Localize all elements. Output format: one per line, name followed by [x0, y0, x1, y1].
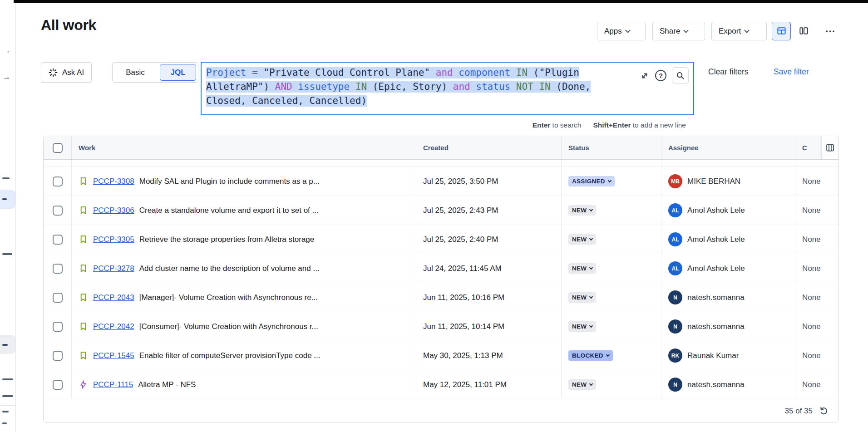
expand-editor-button[interactable]: [640, 71, 650, 81]
avatar: MB: [668, 174, 682, 188]
row-checkbox[interactable]: [53, 351, 63, 361]
apps-button[interactable]: Apps: [597, 22, 646, 40]
basic-mode-tab[interactable]: Basic: [113, 68, 158, 77]
created-cell: Jul 25, 2025, 3:50 PM: [416, 167, 562, 196]
table-header: Work Created Status Assignee C: [44, 136, 838, 160]
table-row[interactable]: PCCP-1115 Alletra MP - NFS May 12, 2025,…: [44, 370, 838, 399]
category-cell: None: [795, 341, 838, 370]
row-checkbox[interactable]: [53, 235, 63, 245]
status-badge[interactable]: NEW: [568, 205, 596, 216]
table-row[interactable]: PCCP-3278 Add cluster name to the descri…: [44, 254, 838, 283]
help-icon: ?: [655, 70, 666, 81]
status-badge[interactable]: NEW: [568, 234, 596, 245]
view-switcher: [772, 22, 813, 40]
category-cell: None: [795, 312, 838, 341]
partially-scrolled-row: [44, 160, 838, 167]
status-badge[interactable]: NEW: [568, 321, 596, 332]
apps-button-label: Apps: [604, 27, 622, 36]
column-header-work[interactable]: Work: [72, 136, 416, 159]
issue-summary: Alletra MP - NFS: [138, 380, 196, 389]
status-badge[interactable]: NEW: [568, 379, 596, 390]
status-badge[interactable]: ASSIGNED: [568, 176, 615, 187]
more-actions-button[interactable]: ⋯: [820, 22, 841, 40]
clear-filters-button[interactable]: Clear filters: [708, 67, 749, 77]
status-label: NEW: [572, 294, 587, 301]
columns-icon: [825, 143, 835, 152]
row-checkbox[interactable]: [53, 380, 63, 390]
table-row[interactable]: PCCP-2042 [Consumer]- Volume Creation wi…: [44, 312, 838, 341]
row-checkbox[interactable]: [53, 322, 63, 332]
sidebar-expand-icon[interactable]: →: [3, 73, 10, 82]
story-icon: [79, 177, 88, 186]
chevron-down-icon: [625, 28, 630, 33]
chevron-down-icon: [589, 208, 593, 211]
issue-key-link[interactable]: PCCP-3308: [93, 177, 134, 186]
sidebar-item[interactable]: [2, 177, 10, 179]
ask-ai-label: Ask AI: [62, 68, 84, 77]
category-cell: None: [795, 167, 838, 196]
jql-query-text[interactable]: Project = "Private Cloud Control Plane" …: [206, 66, 591, 108]
column-header-status[interactable]: Status: [562, 136, 661, 159]
table-row[interactable]: PCCP-2043 [Manager]- Volume Creation wit…: [44, 283, 838, 312]
status-badge[interactable]: NEW: [568, 292, 596, 303]
status-badge[interactable]: BLOCKED: [568, 350, 613, 361]
issue-key-link[interactable]: PCCP-2043: [93, 293, 134, 302]
status-label: NEW: [572, 236, 587, 243]
status-label: NEW: [572, 265, 587, 272]
save-filter-button[interactable]: Save filter: [774, 67, 809, 77]
issue-key-link[interactable]: PCCP-3306: [93, 206, 134, 215]
avatar: AL: [668, 261, 682, 275]
status-label: BLOCKED: [572, 352, 603, 359]
syntax-help-button[interactable]: ?: [655, 70, 666, 81]
issue-key-link[interactable]: PCCP-3278: [93, 264, 134, 273]
jql-editor[interactable]: Project = "Private Cloud Control Plane" …: [201, 62, 694, 115]
assignee-name: Amol Ashok Lele: [687, 264, 745, 273]
table-row[interactable]: PCCP-3305 Retrieve the storage propertie…: [44, 225, 838, 254]
refresh-button[interactable]: [819, 406, 829, 416]
story-icon: [79, 235, 88, 244]
row-checkbox[interactable]: [53, 177, 63, 187]
detail-view-icon: [799, 26, 809, 36]
sidebar-item[interactable]: [2, 422, 7, 424]
sidebar-item[interactable]: [2, 378, 13, 380]
run-search-button[interactable]: [672, 67, 689, 84]
issue-key-link[interactable]: PCCP-1545: [93, 351, 134, 360]
select-all-checkbox[interactable]: [53, 143, 63, 153]
work-items-table: Work Created Status Assignee C: [43, 136, 839, 422]
share-button[interactable]: Share: [652, 22, 705, 40]
assignee-name: natesh.somanna: [687, 380, 745, 389]
issue-key-link[interactable]: PCCP-2042: [93, 322, 134, 331]
issue-key-link[interactable]: PCCP-3305: [93, 235, 134, 244]
grid-view-toggle[interactable]: [772, 22, 791, 40]
table-row[interactable]: PCCP-1545 Enable filter of computeServer…: [44, 341, 838, 370]
detail-view-toggle[interactable]: [794, 22, 813, 40]
expand-icon: [640, 71, 650, 81]
row-checkbox[interactable]: [53, 264, 63, 274]
export-button[interactable]: Export: [711, 22, 767, 40]
sidebar-expand-icon[interactable]: →: [3, 46, 10, 55]
category-cell: None: [795, 225, 838, 254]
issue-key-link[interactable]: PCCP-1115: [93, 380, 133, 389]
table-row[interactable]: PCCP-3306 Create a standalone volume and…: [44, 196, 838, 225]
chevron-down-icon: [589, 382, 593, 386]
status-badge[interactable]: NEW: [568, 263, 596, 274]
export-button-label: Export: [719, 27, 741, 36]
table-row[interactable]: PCCP-3308 Modify SAL and Plugin to inclu…: [44, 167, 838, 196]
chevron-down-icon: [589, 266, 593, 270]
sidebar-item[interactable]: [2, 253, 12, 255]
search-icon: [676, 71, 685, 80]
column-header-created[interactable]: Created: [416, 136, 562, 159]
row-checkbox[interactable]: [53, 293, 63, 303]
sidebar-item[interactable]: [2, 411, 9, 412]
epic-icon: [79, 380, 88, 389]
story-icon: [79, 264, 88, 273]
row-checkbox[interactable]: [53, 206, 63, 216]
column-header-assignee[interactable]: Assignee: [661, 136, 795, 159]
sidebar-item[interactable]: [2, 395, 13, 397]
jql-mode-tab[interactable]: JQL: [160, 64, 196, 81]
created-cell: Jun 11, 2025, 10:14 PM: [416, 312, 562, 341]
ask-ai-button[interactable]: Ask AI: [41, 62, 92, 83]
refresh-icon: [819, 406, 829, 416]
configure-columns-button[interactable]: [821, 136, 838, 159]
created-cell: Jul 25, 2025, 2:40 PM: [416, 225, 562, 254]
